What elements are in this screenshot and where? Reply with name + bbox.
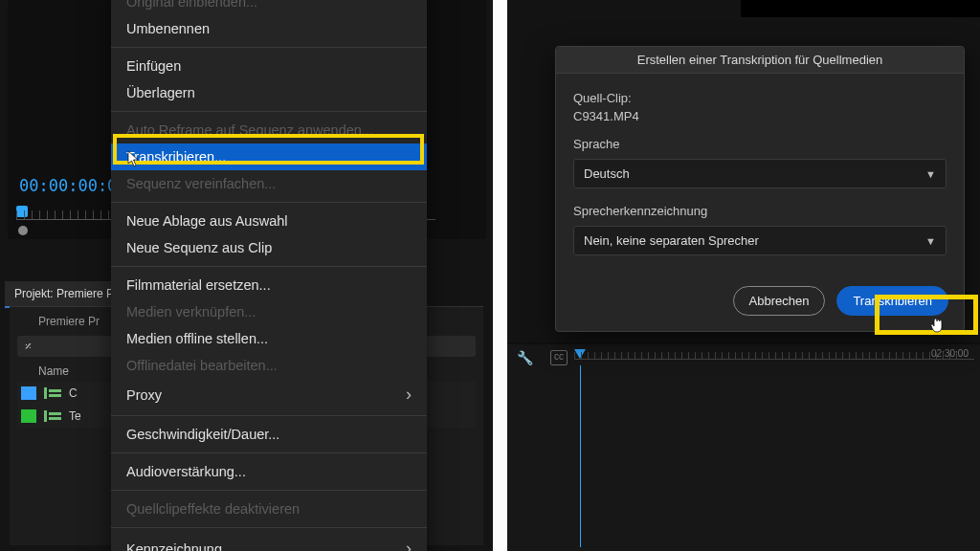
menu-item[interactable]: Neue Ablage aus Auswahl bbox=[111, 208, 427, 234]
zoom-knob-icon[interactable] bbox=[18, 226, 28, 235]
menu-item-label: Überlagern bbox=[126, 85, 195, 100]
menu-item[interactable]: Transkribieren... bbox=[111, 143, 427, 170]
playhead-line bbox=[580, 365, 581, 547]
transcription-dialog: Erstellen einer Transkription für Quellm… bbox=[555, 46, 965, 332]
menu-item-label: Kennzeichnung bbox=[126, 541, 222, 552]
speaker-label: Sprecherkennzeichnung bbox=[573, 204, 947, 218]
menu-item[interactable]: Filmmaterial ersetzen... bbox=[111, 272, 427, 298]
speaker-select[interactable]: Nein, keine separaten Sprecher ▼ bbox=[573, 226, 947, 255]
context-menu: Original einblenden...UmbenennenEinfügen… bbox=[111, 0, 427, 551]
label-color-swatch bbox=[21, 409, 36, 423]
language-label: Sprache bbox=[573, 137, 947, 151]
menu-item-label: Neue Ablage aus Auswahl bbox=[126, 213, 288, 229]
menu-item-label: Medien offline stellen... bbox=[126, 331, 268, 346]
language-select[interactable]: Deutsch ▼ bbox=[573, 159, 947, 188]
chevron-right-icon: › bbox=[406, 539, 412, 551]
menu-item[interactable]: Einfügen bbox=[111, 53, 427, 79]
menu-item[interactable]: Geschwindigkeit/Dauer... bbox=[111, 421, 427, 448]
language-value: Deutsch bbox=[584, 166, 630, 181]
svg-rect-3 bbox=[44, 410, 47, 422]
captions-icon[interactable]: cc bbox=[550, 350, 568, 365]
menu-item[interactable]: Neue Sequenz aus Clip bbox=[111, 234, 427, 261]
chevron-down-icon: ▼ bbox=[925, 235, 936, 247]
menu-item[interactable]: Audioverstärkung... bbox=[111, 458, 427, 485]
menu-item-label: Auto Reframe auf Sequenz anwenden... bbox=[126, 122, 373, 138]
menu-item: Medien verknüpfen... bbox=[111, 298, 427, 325]
clip-type-icon bbox=[44, 386, 61, 400]
menu-item-label: Transkribieren... bbox=[126, 149, 226, 165]
menu-item: Original einblenden... bbox=[111, 0, 427, 15]
timeline-panel: 🔧 cc 02:30:00 bbox=[507, 344, 980, 551]
transcribe-button[interactable]: Transkribieren bbox=[836, 286, 948, 316]
menu-item-label: Quellclipeffekte deaktivieren bbox=[126, 501, 300, 517]
menu-separator bbox=[111, 266, 427, 267]
menu-item-label: Einfügen bbox=[126, 58, 181, 74]
menu-separator bbox=[111, 47, 427, 48]
menu-item-label: Proxy bbox=[126, 387, 162, 403]
svg-rect-1 bbox=[49, 389, 61, 392]
svg-rect-2 bbox=[49, 394, 61, 397]
menu-item-label: Offlinedatei bearbeiten... bbox=[126, 358, 278, 373]
project-item-label: Te bbox=[69, 409, 81, 423]
label-color-swatch bbox=[21, 386, 36, 400]
menu-separator bbox=[111, 527, 427, 528]
menu-item-label: Umbenennen bbox=[126, 21, 210, 36]
menu-item-label: Geschwindigkeit/Dauer... bbox=[126, 427, 279, 442]
menu-item: Offlinedatei bearbeiten... bbox=[111, 352, 427, 379]
wrench-icon[interactable]: 🔧 bbox=[517, 350, 533, 365]
menu-item[interactable]: Proxy› bbox=[111, 379, 427, 410]
chevron-right-icon: › bbox=[406, 385, 412, 405]
timeline-playhead-icon[interactable] bbox=[574, 349, 586, 359]
source-clip-value: C9341.MP4 bbox=[573, 109, 947, 123]
menu-item-label: Audioverstärkung... bbox=[126, 464, 246, 479]
menu-separator bbox=[111, 452, 427, 453]
menu-separator bbox=[111, 490, 427, 491]
menu-item: Quellclipeffekte deaktivieren bbox=[111, 496, 427, 522]
playhead-icon[interactable] bbox=[16, 206, 28, 217]
menu-item[interactable]: Kennzeichnung› bbox=[111, 533, 427, 551]
dialog-title: Erstellen einer Transkription für Quellm… bbox=[556, 47, 964, 74]
svg-rect-0 bbox=[44, 387, 47, 399]
menu-item: Auto Reframe auf Sequenz anwenden... bbox=[111, 117, 427, 143]
menu-item[interactable]: Überlagern bbox=[111, 79, 427, 106]
menu-item[interactable]: Medien offline stellen... bbox=[111, 325, 427, 352]
project-panel-tab[interactable]: Projekt: Premiere P bbox=[5, 281, 123, 308]
timeline-ruler[interactable]: 02:30:00 bbox=[574, 352, 974, 365]
menu-separator bbox=[111, 202, 427, 203]
svg-rect-4 bbox=[49, 412, 61, 415]
clip-type-icon bbox=[44, 409, 61, 423]
menu-separator bbox=[111, 415, 427, 416]
menu-item-label: Filmmaterial ersetzen... bbox=[126, 277, 271, 293]
cancel-button[interactable]: Abbrechen bbox=[733, 286, 826, 316]
menu-item: Sequenz vereinfachen... bbox=[111, 170, 427, 197]
chevron-down-icon: ▼ bbox=[925, 168, 936, 180]
menu-item-label: Sequenz vereinfachen... bbox=[126, 176, 276, 191]
menu-item-label: Medien verknüpfen... bbox=[126, 304, 256, 320]
menu-item-label: Original einblenden... bbox=[126, 0, 257, 10]
project-item-label: C bbox=[69, 386, 78, 400]
menu-item-label: Neue Sequenz aus Clip bbox=[126, 240, 272, 255]
menu-separator bbox=[111, 111, 427, 112]
svg-rect-5 bbox=[49, 417, 61, 420]
source-clip-label: Quell-Clip: bbox=[573, 91, 947, 105]
speaker-value: Nein, keine separaten Sprecher bbox=[584, 233, 759, 248]
menu-item[interactable]: Umbenennen bbox=[111, 15, 427, 42]
